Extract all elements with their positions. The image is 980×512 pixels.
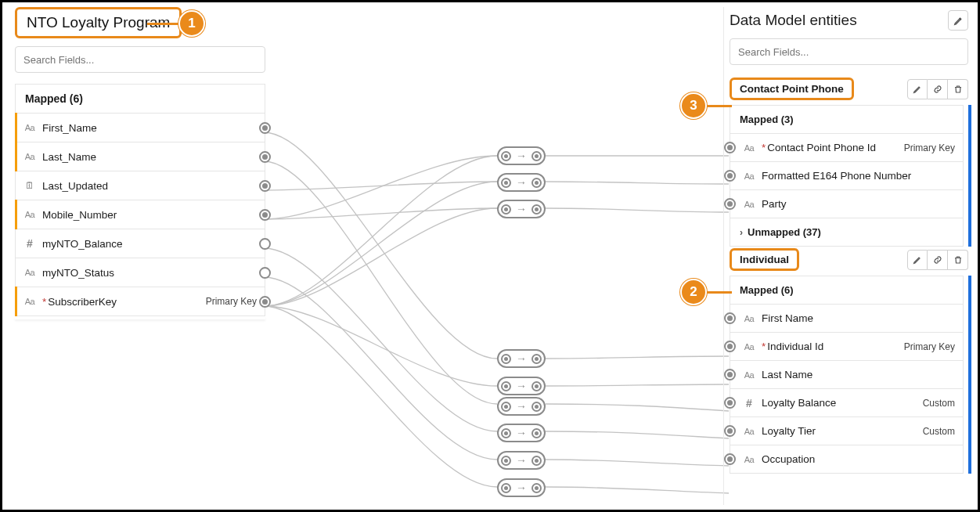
arrow-icon: → xyxy=(516,380,527,392)
port-icon[interactable] xyxy=(259,180,271,192)
arrow-icon: → xyxy=(516,176,527,189)
callout-circle: 1 xyxy=(178,10,205,37)
field-label: Formatted E164 Phone Number xyxy=(762,170,955,182)
arrow-icon: → xyxy=(516,427,527,439)
entity-block: Contact Point PhoneMapped (3)*Contact Po… xyxy=(725,78,968,247)
source-field-row[interactable]: *SubscriberKeyPrimary Key xyxy=(15,287,265,316)
port-out-icon xyxy=(531,204,542,215)
field-label: *Contact Point Phone Id xyxy=(762,142,898,153)
port-icon[interactable] xyxy=(259,296,271,308)
target-field-row[interactable]: Formatted E164 Phone Number xyxy=(730,162,964,190)
port-icon[interactable] xyxy=(724,312,736,324)
search-fields-input[interactable] xyxy=(15,46,265,73)
relay-node[interactable]: → xyxy=(497,146,546,165)
entity-block: IndividualMapped (6)First Name*Individua… xyxy=(725,248,968,474)
port-out-icon xyxy=(531,151,542,161)
text-type-icon xyxy=(743,427,755,436)
text-type-icon xyxy=(743,143,755,153)
port-icon[interactable] xyxy=(259,151,271,163)
field-label: *SubscriberKey xyxy=(42,296,200,308)
target-field-row[interactable]: First Name xyxy=(730,305,964,333)
mapped-header: Mapped (3) xyxy=(730,105,964,134)
field-label: Occupation xyxy=(762,453,955,465)
link-button[interactable] xyxy=(928,250,948,270)
target-title: Data Model entities xyxy=(730,12,857,29)
text-type-icon xyxy=(743,314,755,323)
field-label: myNTO_Balance xyxy=(42,238,257,250)
mapped-header: Mapped (6) xyxy=(15,84,265,114)
target-field-row[interactable]: *Contact Point Phone IdPrimary Key xyxy=(730,134,964,162)
port-out-icon xyxy=(531,483,542,493)
relay-node[interactable]: → xyxy=(497,200,546,218)
port-in-icon xyxy=(501,381,511,391)
source-field-row[interactable]: Last_Updated xyxy=(15,171,265,200)
port-in-icon xyxy=(501,178,511,188)
callout-circle: 2 xyxy=(680,279,707,305)
field-label: Mobile_Number xyxy=(42,209,257,221)
primary-key-tag: Primary Key xyxy=(904,341,955,352)
arrow-icon: → xyxy=(516,481,527,494)
target-field-row[interactable]: Party xyxy=(730,190,964,218)
entity-title: Individual xyxy=(730,248,799,271)
relay-node[interactable]: → xyxy=(497,173,546,192)
text-type-icon xyxy=(743,171,755,181)
custom-tag: Custom xyxy=(923,426,955,437)
relay-node[interactable]: → xyxy=(497,349,546,368)
source-field-row[interactable]: Last_Name xyxy=(15,142,265,171)
port-out-icon xyxy=(531,428,542,438)
text-type-icon xyxy=(743,342,755,352)
relay-node[interactable]: → xyxy=(497,397,546,416)
trash-button[interactable] xyxy=(948,250,968,270)
edit-button[interactable] xyxy=(948,10,968,31)
source-field-row[interactable]: myNTO_Status xyxy=(15,258,265,287)
source-field-row[interactable]: Mobile_Number xyxy=(15,200,265,229)
relay-node[interactable]: → xyxy=(497,478,546,497)
port-icon[interactable] xyxy=(724,341,736,352)
port-icon[interactable] xyxy=(259,238,271,250)
search-fields-input[interactable] xyxy=(730,38,968,65)
target-field-row[interactable]: Occupation xyxy=(730,445,964,474)
target-field-row[interactable]: Loyalty TierCustom xyxy=(730,417,964,445)
port-icon[interactable] xyxy=(724,198,736,210)
date-type-icon xyxy=(23,180,36,191)
port-icon[interactable] xyxy=(724,397,736,409)
port-out-icon xyxy=(531,354,542,364)
port-icon[interactable] xyxy=(724,425,736,437)
target-field-row[interactable]: Last Name xyxy=(730,361,964,389)
unmapped-label: Unmapped (37) xyxy=(748,226,821,238)
mapped-header: Mapped (6) xyxy=(730,276,964,305)
trash-button[interactable] xyxy=(948,79,968,99)
callout-circle: 3 xyxy=(680,92,707,119)
relay-node[interactable]: → xyxy=(497,451,546,470)
port-in-icon xyxy=(501,456,511,466)
relay-node[interactable]: → xyxy=(497,424,546,442)
text-type-icon xyxy=(23,268,36,277)
port-icon[interactable] xyxy=(724,142,736,153)
text-type-icon xyxy=(743,200,755,209)
source-field-row[interactable]: myNTO_Balance xyxy=(15,229,265,258)
link-button[interactable] xyxy=(928,79,948,99)
field-label: *Individual Id xyxy=(762,341,898,352)
port-icon[interactable] xyxy=(724,369,736,380)
port-out-icon xyxy=(531,402,542,412)
port-in-icon xyxy=(501,354,511,364)
port-icon[interactable] xyxy=(259,209,271,221)
relay-node[interactable]: → xyxy=(497,377,546,395)
port-out-icon xyxy=(531,456,542,466)
target-field-row[interactable]: *Individual IdPrimary Key xyxy=(730,333,964,361)
port-icon[interactable] xyxy=(259,267,271,279)
port-icon[interactable] xyxy=(724,453,736,465)
entity-title: Contact Point Phone xyxy=(730,78,854,100)
source-field-row[interactable]: First_Name xyxy=(15,114,265,142)
field-label: Loyalty Balance xyxy=(762,397,917,409)
field-label: First_Name xyxy=(42,122,257,134)
field-label: Party xyxy=(762,198,955,210)
port-icon[interactable] xyxy=(259,122,271,134)
pencil-button[interactable] xyxy=(907,250,928,270)
port-icon[interactable] xyxy=(724,170,736,182)
target-field-row[interactable]: Loyalty BalanceCustom xyxy=(730,389,964,417)
callout-1: 1 xyxy=(147,10,205,37)
unmapped-toggle[interactable]: ›Unmapped (37) xyxy=(730,218,964,247)
pencil-button[interactable] xyxy=(907,79,928,99)
callout-3: 3 xyxy=(680,92,732,119)
